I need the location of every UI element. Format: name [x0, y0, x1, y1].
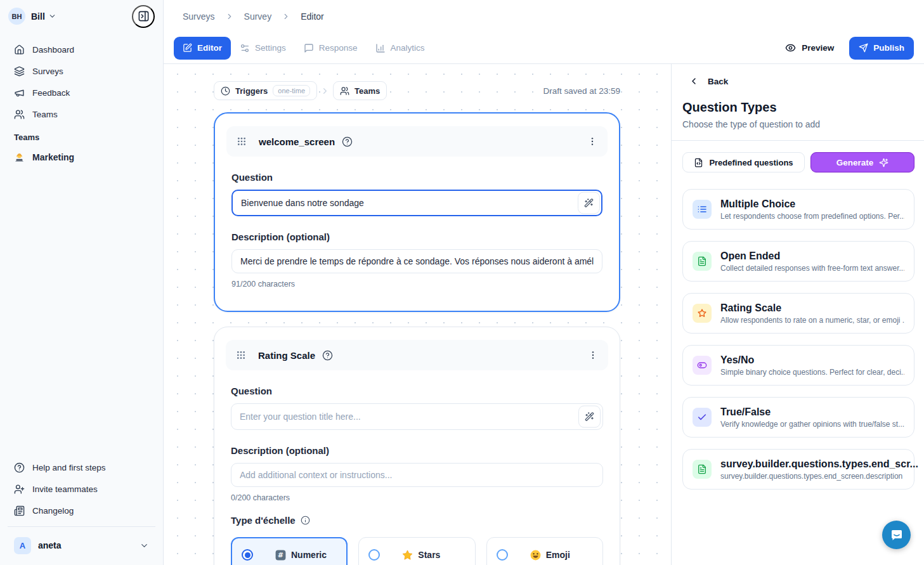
help-circle-icon[interactable] — [322, 350, 333, 361]
file-code-icon — [694, 158, 703, 167]
type-title: True/False — [720, 406, 771, 417]
scale-option-label: Emoji — [546, 550, 570, 560]
account-menu[interactable]: A aneta — [8, 531, 155, 560]
settings-icon — [240, 43, 250, 53]
workspace-switcher[interactable]: BH Bill — [0, 0, 163, 32]
survey-canvas: Triggers one-time Teams Draft saved at 2… — [164, 64, 671, 565]
divider — [672, 140, 924, 141]
question-title-input[interactable] — [231, 403, 603, 430]
tab-response[interactable]: Response — [295, 37, 367, 60]
radio-unselected[interactable] — [497, 549, 508, 561]
question-description-input[interactable] — [231, 249, 602, 273]
type-card-rating-scale[interactable]: Rating ScaleAllow respondents to rate on… — [682, 293, 914, 334]
char-count: 91/200 characters — [231, 280, 602, 289]
scale-type-options: # Numeric Stars Emoji — [231, 537, 603, 565]
description-label: Description (optional) — [231, 445, 603, 456]
more-options-icon[interactable] — [587, 136, 597, 146]
sidebar-item-feedback[interactable]: Feedback — [8, 82, 155, 103]
scale-option-emoji[interactable]: Emoji — [486, 537, 603, 565]
sidebar-item-invite[interactable]: Invite teammates — [8, 478, 155, 500]
type-desc: survey.builder.questions.types.end_scree… — [720, 472, 904, 481]
breadcrumb-survey[interactable]: Survey — [244, 11, 272, 22]
radio-unselected[interactable] — [368, 549, 380, 561]
chat-widget-button[interactable] — [882, 521, 911, 549]
predefined-questions-button[interactable]: Predefined questions — [682, 152, 805, 172]
publish-button[interactable]: Publish — [849, 37, 914, 60]
tab-settings[interactable]: Settings — [231, 37, 295, 60]
question-card-rating-scale[interactable]: Rating Scale Question Description (optio… — [214, 327, 620, 565]
generate-button[interactable]: Generate — [810, 152, 914, 172]
panel-subtitle: Choose the type of question to add — [682, 119, 914, 129]
account-name: aneta — [38, 540, 62, 550]
sidebar-item-surveys[interactable]: Surveys — [8, 60, 155, 82]
sidebar-item-label: Teams — [32, 110, 58, 119]
drag-handle-icon[interactable] — [236, 350, 246, 360]
smiley-emoji — [530, 549, 542, 561]
question-type-list: Multiple ChoiceLet respondents choose fr… — [682, 189, 914, 490]
triggers-chip[interactable]: Triggers one-time — [214, 81, 317, 100]
sidebar-item-help[interactable]: Help and first steps — [8, 457, 155, 478]
user-plus-icon — [14, 484, 25, 495]
sidebar-item-changelog[interactable]: Changelog — [8, 500, 155, 521]
ai-wand-button[interactable] — [578, 192, 600, 214]
question-card-welcome-screen[interactable]: welcome_screen Question Description (opt… — [214, 112, 620, 312]
tab-analytics[interactable]: Analytics — [367, 37, 434, 60]
panel-title: Question Types — [682, 100, 914, 115]
type-card-true-false[interactable]: True/FalseVerify knowledge or gather opi… — [682, 397, 914, 438]
newspaper-icon — [14, 505, 25, 516]
type-title: survey.builder.questions.types.end_scr..… — [720, 458, 918, 469]
type-desc: Let respondents choose from predefined o… — [720, 212, 904, 221]
help-circle-icon[interactable] — [342, 136, 353, 147]
type-card-yes-no[interactable]: Yes/NoSimple binary choice questions. Pe… — [682, 345, 914, 386]
scale-option-stars[interactable]: Stars — [358, 537, 475, 565]
ai-wand-button[interactable] — [578, 406, 601, 428]
file-text-icon — [693, 460, 712, 479]
tab-editor[interactable]: Editor — [174, 37, 231, 60]
type-title: Yes/No — [720, 354, 754, 365]
type-desc: Collect detailed responses with free-for… — [720, 264, 904, 273]
back-label: Back — [708, 77, 728, 86]
question-card-title: Rating Scale — [258, 350, 315, 361]
type-card-open-ended[interactable]: Open EndedCollect detailed responses wit… — [682, 241, 914, 282]
divider — [8, 526, 155, 527]
type-card-end-screen[interactable]: survey.builder.questions.types.end_scr..… — [682, 449, 914, 490]
tab-label: Analytics — [391, 43, 425, 53]
breadcrumb-surveys[interactable]: Surveys — [183, 11, 215, 22]
question-label: Question — [231, 172, 602, 183]
list-icon — [693, 200, 712, 219]
workspace-avatar: BH — [8, 8, 25, 25]
predefined-questions-label: Predefined questions — [709, 158, 793, 167]
sidebar-item-dashboard[interactable]: Dashboard — [8, 39, 155, 60]
info-icon[interactable] — [301, 516, 310, 525]
question-title-input[interactable] — [231, 190, 602, 216]
home-icon — [14, 44, 25, 55]
sidebar-item-teams[interactable]: Teams — [8, 103, 155, 125]
message-square-icon — [304, 43, 314, 53]
question-label: Question — [231, 386, 603, 396]
breadcrumb: Surveys Survey Editor — [164, 0, 924, 32]
tab-label: Settings — [255, 43, 286, 53]
breadcrumb-editor[interactable]: Editor — [301, 11, 324, 22]
preview-button[interactable]: Preview — [785, 42, 834, 53]
users-icon — [340, 86, 349, 96]
toggle-icon — [693, 356, 712, 375]
scale-option-numeric[interactable]: # Numeric — [231, 537, 348, 565]
sidebar-team-marketing[interactable]: Marketing — [8, 146, 155, 169]
clock-icon — [221, 86, 230, 96]
more-options-icon[interactable] — [588, 350, 598, 360]
back-button[interactable]: Back — [682, 76, 914, 86]
wand-sparkles-icon — [585, 412, 594, 422]
draft-status: Draft saved at 23:59 — [543, 86, 620, 96]
type-title: Multiple Choice — [720, 198, 795, 209]
radio-selected[interactable] — [242, 549, 253, 561]
teams-chip[interactable]: Teams — [333, 81, 387, 100]
star-emoji — [401, 549, 413, 561]
analytics-chart-icon — [375, 43, 386, 53]
type-card-multiple-choice[interactable]: Multiple ChoiceLet respondents choose fr… — [682, 189, 914, 230]
drag-handle-icon[interactable] — [237, 136, 247, 146]
chevron-left-icon — [689, 76, 699, 86]
question-description-input[interactable] — [231, 463, 603, 487]
tab-label: Response — [319, 43, 358, 53]
collapse-sidebar-button[interactable] — [132, 5, 155, 28]
account-avatar: A — [14, 537, 31, 554]
